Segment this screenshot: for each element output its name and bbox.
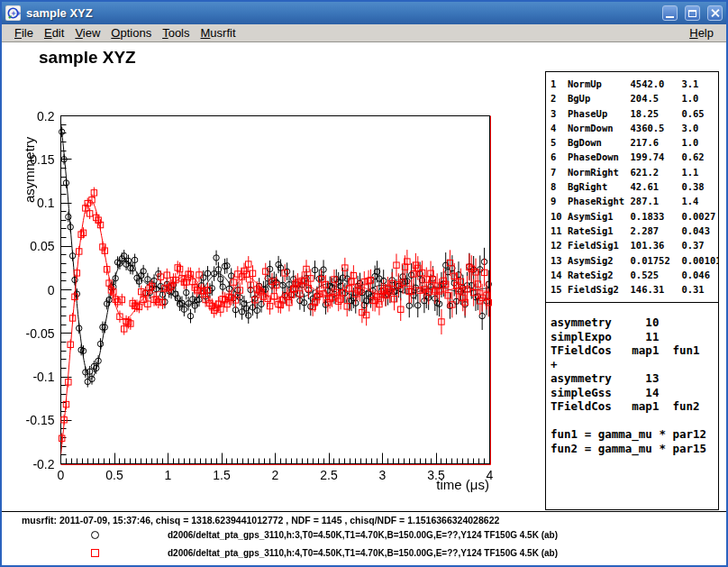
- maximize-icon: [688, 10, 696, 17]
- status-separator: [2, 511, 726, 512]
- theory-line: TFieldCos map1 fun1: [551, 343, 718, 358]
- param-row: 9 PhaseRight 287.1 1.4: [551, 194, 718, 208]
- canvas-area: sample XYZ asymmetry time (μs) 1 NormUp …: [2, 42, 726, 565]
- param-row: 2 BgUp 204.5 1.0: [551, 91, 718, 105]
- param-row: 14 RateSig2 0.525 0.046: [551, 268, 718, 282]
- param-row: 3 PhaseUp 18.25 0.65: [551, 106, 718, 121]
- menu-item-view[interactable]: View: [69, 25, 105, 41]
- menu-item-options[interactable]: Options: [105, 25, 157, 41]
- param-row: 5 BgDown 217.6 1.0: [551, 135, 718, 150]
- parameter-list: 1 NormUp 4542.0 3.12 BgUp 204.5 1.03 Pha…: [546, 72, 718, 303]
- theory-line: asymmetry 10: [551, 316, 718, 330]
- param-row: 13 AsymSig2 0.01752 0.00101: [551, 253, 718, 268]
- theory-line: fun1 = gamma_mu * par12: [551, 427, 718, 442]
- legend-entry-h3: d2006/deltat_pta_gps_3110,h:3,T0=4.50K,T…: [168, 530, 558, 540]
- theory-line: +: [551, 358, 718, 372]
- x-axis-label: time (μs): [436, 477, 489, 492]
- param-row: 7 NormRight 621.2 1.1: [551, 165, 718, 179]
- param-row: 8 BgRight 42.61 0.38: [551, 179, 718, 194]
- window-title: sample XYZ: [26, 6, 655, 20]
- menu-item-tools[interactable]: Tools: [157, 25, 195, 41]
- red-square-marker-icon: [91, 549, 99, 557]
- menu-item-file[interactable]: File: [9, 25, 39, 41]
- param-row: 12 FieldSig1 101.36 0.37: [551, 238, 718, 252]
- menu-bar: File Edit View Options Tools Musrfit Hel…: [2, 24, 726, 42]
- theory-line: TFieldCos map1 fun2: [551, 399, 718, 414]
- close-button[interactable]: [707, 5, 723, 21]
- minimize-button[interactable]: [662, 5, 678, 21]
- root-app-icon: ++: [5, 5, 21, 21]
- theory-line: asymmetry 13: [551, 371, 718, 386]
- param-row: 1 NormUp 4542.0 3.1: [551, 77, 718, 91]
- theory-line: [551, 414, 718, 428]
- fit-status-text: musrfit: 2011-07-09, 15:37:46, chisq = 1…: [22, 515, 499, 526]
- plot-title: sample XYZ: [39, 48, 136, 68]
- menu-item-musrfit[interactable]: Musrfit: [196, 25, 241, 41]
- minimize-icon: [666, 16, 674, 18]
- theory-line: simpleGss 14: [551, 386, 718, 400]
- svg-text:++: ++: [11, 10, 21, 17]
- menu-item-help[interactable]: Help: [684, 25, 719, 41]
- application-window: ++ sample XYZ File Edit View Options Too…: [0, 0, 728, 567]
- maximize-button[interactable]: [685, 5, 700, 21]
- param-row: 6 PhaseDown 199.74 0.62: [551, 150, 718, 164]
- fit-parameter-panel: 1 NormUp 4542.0 3.12 BgUp 204.5 1.03 Pha…: [545, 71, 719, 510]
- theory-line: fun2 = gamma_mu * par15: [551, 442, 718, 456]
- param-row: 11 RateSig1 2.287 0.043: [551, 224, 718, 238]
- title-bar[interactable]: ++ sample XYZ: [2, 2, 726, 24]
- menu-item-edit[interactable]: Edit: [39, 25, 69, 41]
- legend-entry-h4: d2006/deltat_pta_gps_3110,h:4,T0=4.50K,T…: [168, 548, 558, 558]
- param-row: 10 AsymSig1 0.1833 0.0027: [551, 209, 718, 224]
- theory-line: simplExpo 11: [551, 330, 718, 344]
- y-axis-label: asymmetry: [22, 137, 37, 203]
- black-circle-marker-icon: [91, 531, 99, 539]
- close-icon: [710, 8, 720, 18]
- param-row: 15 FieldSig2 146.31 0.31: [551, 282, 718, 297]
- param-row: 4 NormDown 4360.5 3.0: [551, 121, 718, 135]
- theory-block: asymmetry 10simplExpo 11TFieldCos map1 f…: [546, 303, 718, 455]
